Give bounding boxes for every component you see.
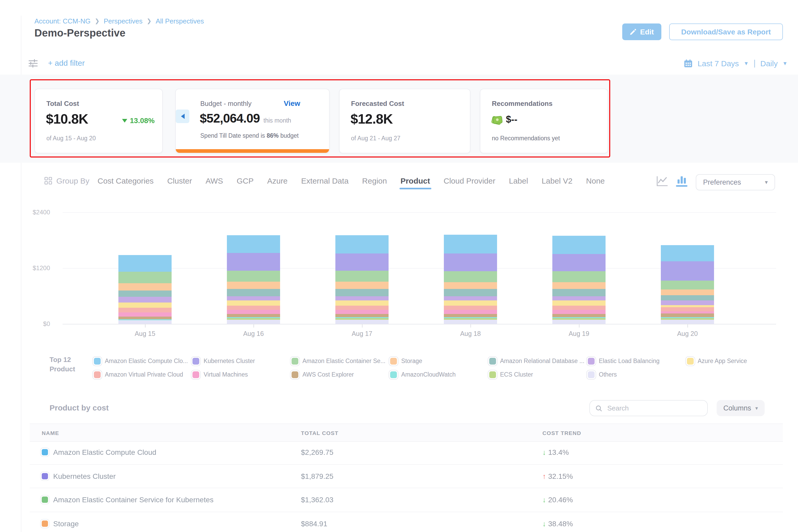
- budget-view-link[interactable]: View: [284, 99, 300, 108]
- tab-cluster[interactable]: Cluster: [167, 176, 192, 185]
- bar-segment: [552, 320, 606, 324]
- bar-segment: [552, 235, 606, 254]
- table-row[interactable]: Amazon Elastic Container Service for Kub…: [30, 488, 783, 512]
- tab-label[interactable]: Label: [509, 176, 528, 185]
- search-input[interactable]: [606, 404, 702, 413]
- perspective-dashboard: Account: CCM-NG ❯ Perspectives ❯ All Per…: [0, 0, 798, 532]
- stacked-bar-aug-19[interactable]: [552, 235, 606, 324]
- add-filter-button[interactable]: + add filter: [48, 58, 85, 67]
- table-header-total-cost[interactable]: TOTAL COST: [301, 430, 543, 436]
- granularity-selector[interactable]: Daily: [760, 59, 778, 68]
- table-row[interactable]: Storage$884.91↓38.48%: [30, 512, 783, 532]
- carousel-prev-button[interactable]: [176, 110, 189, 123]
- bar-segment: [661, 295, 714, 300]
- legend-swatch: [291, 371, 298, 378]
- legend-item-amazon-relational-database-[interactable]: Amazon Relational Database ...: [489, 354, 585, 368]
- tab-label-v2[interactable]: Label V2: [542, 176, 572, 185]
- x-label: Aug 17: [352, 330, 372, 338]
- row-total-cost: $1,879.25: [301, 472, 543, 480]
- date-range-selector[interactable]: Last 7 Days: [698, 59, 739, 68]
- x-label: Aug 15: [135, 330, 155, 338]
- legend-item-azure-app-service[interactable]: Azure App Service: [687, 354, 782, 368]
- x-axis-line: [62, 324, 776, 324]
- bar-segment: [661, 245, 714, 262]
- bar-segment: [118, 302, 172, 308]
- breadcrumb-separator: ❯: [95, 18, 99, 24]
- legend-item-amazoncloudwatch[interactable]: AmazonCloudWatch: [391, 368, 486, 381]
- legend-item-storage[interactable]: Storage: [391, 354, 486, 368]
- x-label: Aug 16: [243, 330, 264, 338]
- stacked-bar-aug-20[interactable]: [661, 245, 714, 324]
- line-chart-icon[interactable]: [656, 175, 669, 187]
- bar-segment: [227, 320, 280, 324]
- legend-item-amazon-virtual-private-cloud[interactable]: Amazon Virtual Private Cloud: [94, 368, 190, 381]
- tab-gcp[interactable]: GCP: [236, 176, 253, 185]
- legend-label: Amazon Virtual Private Cloud: [105, 372, 183, 378]
- row-total-cost: $2,269.75: [301, 448, 543, 457]
- table-header-name[interactable]: NAME: [30, 430, 301, 436]
- bar-segment: [118, 297, 172, 302]
- table-header-cost-trend[interactable]: COST TREND: [543, 430, 783, 436]
- forecasted-cost-label: Forecasted Cost: [351, 100, 404, 108]
- stacked-bar-aug-16[interactable]: [227, 235, 280, 324]
- tab-cloud-provider[interactable]: Cloud Provider: [443, 176, 495, 185]
- forecasted-cost-card: Forecasted Cost $12.8K of Aug 21 - Aug 2…: [339, 89, 471, 153]
- legend-item-virtual-machines[interactable]: Virtual Machines: [193, 368, 288, 381]
- legend-swatch: [193, 358, 200, 364]
- legend-item-elastic-load-balancing[interactable]: Elastic Load Balancing: [588, 354, 684, 368]
- chevron-down-icon[interactable]: ▼: [743, 60, 749, 66]
- bar-segment: [552, 314, 606, 317]
- budget-note: Spend Till Date spend is 86% budget: [200, 132, 299, 139]
- bar-segment: [227, 300, 280, 306]
- legend-swatch: [291, 358, 298, 364]
- legend-item-amazon-elastic-compute-clo-[interactable]: Amazon Elastic Compute Clo...: [94, 354, 190, 368]
- tab-azure[interactable]: Azure: [267, 176, 287, 185]
- x-tick: [253, 324, 254, 327]
- bar-segment: [335, 235, 388, 253]
- table-row[interactable]: Kubernetes Cluster$1,879.25↑32.15%: [30, 464, 783, 488]
- bar-segment: [227, 306, 280, 310]
- legend-swatch: [94, 358, 101, 364]
- edit-button[interactable]: Edit: [622, 23, 661, 40]
- stacked-bar-aug-17[interactable]: [335, 235, 388, 324]
- row-swatch: [42, 497, 48, 503]
- legend-item-others[interactable]: Others: [588, 368, 684, 381]
- legend-item-kubernetes-cluster[interactable]: Kubernetes Cluster: [193, 354, 288, 368]
- stacked-bar-aug-15[interactable]: [118, 255, 172, 324]
- legend-swatch: [588, 371, 594, 378]
- tab-region[interactable]: Region: [362, 176, 387, 185]
- columns-dropdown[interactable]: Columns ▾: [717, 400, 765, 416]
- bar-segment: [335, 289, 388, 296]
- legend-label: Virtual Machines: [204, 372, 248, 378]
- trend-down-arrow-icon: ↓: [543, 496, 546, 504]
- download-save-report-button[interactable]: Download/Save as Report: [669, 23, 783, 40]
- legend-label: Amazon Elastic Compute Clo...: [105, 358, 188, 364]
- preferences-dropdown[interactable]: Preferences ▾: [696, 174, 775, 190]
- product-by-cost-title: Product by cost: [50, 403, 109, 412]
- filter-sliders-icon[interactable]: [28, 58, 38, 71]
- bar-segment: [444, 289, 497, 296]
- breadcrumb-account[interactable]: Account: CCM-NG: [34, 17, 91, 25]
- stacked-bar-aug-18[interactable]: [444, 235, 497, 324]
- legend-label: AmazonCloudWatch: [401, 372, 456, 378]
- legend-label: Azure App Service: [698, 358, 747, 364]
- tab-cost-categories[interactable]: Cost Categories: [97, 176, 154, 185]
- bar-segment: [227, 271, 280, 282]
- legend-item-amazon-elastic-container-se-[interactable]: Amazon Elastic Container Se...: [291, 354, 387, 368]
- bar-segment: [227, 253, 280, 271]
- tab-aws[interactable]: AWS: [206, 176, 223, 185]
- tab-product[interactable]: Product: [401, 176, 430, 185]
- x-tick: [362, 324, 362, 327]
- bar-segment: [661, 300, 714, 305]
- tab-external-data[interactable]: External Data: [301, 176, 349, 185]
- bar-chart-icon[interactable]: [676, 176, 687, 187]
- legend-item-ecs-cluster[interactable]: ECS Cluster: [489, 368, 585, 381]
- table-row[interactable]: Amazon Elastic Compute Cloud$2,269.75↓13…: [30, 441, 783, 464]
- legend-item-aws-cost-explorer[interactable]: AWS Cost Explorer: [291, 368, 387, 381]
- chevron-down-icon[interactable]: ▼: [782, 60, 787, 66]
- tab-none[interactable]: None: [586, 176, 605, 185]
- row-total-cost: $1,362.03: [301, 496, 543, 504]
- breadcrumb-all-perspectives[interactable]: All Perspectives: [156, 17, 204, 25]
- edit-button-label: Edit: [640, 27, 654, 36]
- breadcrumb-perspectives[interactable]: Perspectives: [104, 17, 142, 25]
